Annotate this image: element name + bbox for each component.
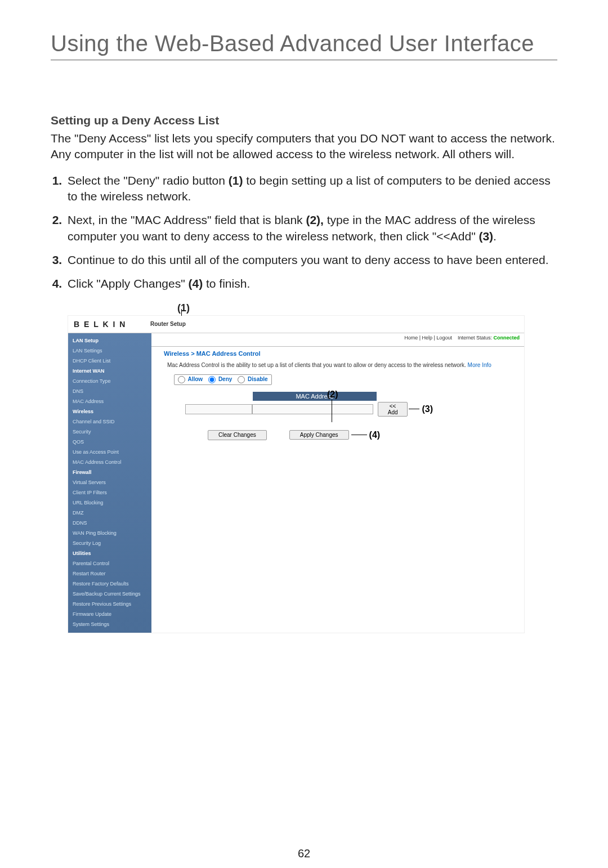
steps-list: Select the "Deny" radio button (1) to be… <box>51 173 557 292</box>
step-2: Next, in the "MAC Address" field that is… <box>65 212 557 244</box>
router-content: Home | Help | Logout Internet Status: Co… <box>151 333 524 633</box>
mac-input-cell[interactable] <box>252 404 374 414</box>
allow-radio[interactable]: Allow <box>178 376 203 383</box>
step-4-text-a: Click "Apply Changes" <box>68 277 189 290</box>
sidebar-item-25[interactable]: Save/Backup Current Settings <box>68 589 151 599</box>
breadcrumb: Wireless > MAC Address Control <box>151 347 524 361</box>
clear-changes-button[interactable]: Clear Changes <box>208 430 267 440</box>
callout-1: (1) <box>177 302 557 314</box>
router-sidebar: LAN SetupLAN SettingsDHCP Client ListInt… <box>68 333 151 633</box>
title-rule <box>51 60 557 60</box>
sidebar-item-15[interactable]: Client IP Filters <box>68 487 151 498</box>
step-1-text-a: Select the "Deny" radio button <box>68 174 229 187</box>
mac-header: MAC Address <box>253 392 377 401</box>
step-3: Continue to do this until all of the com… <box>65 252 557 268</box>
sidebar-item-27[interactable]: Firmware Update <box>68 609 151 619</box>
intro-paragraph: The "Deny Access" list lets you specify … <box>51 131 557 163</box>
mac-desc: Mac Address Control is the ability to se… <box>151 361 524 372</box>
topnav-links[interactable]: Home | Help | Logout <box>404 335 452 341</box>
mac-row: << Add (3) <box>185 402 433 417</box>
router-setup-label: Router Setup <box>150 321 186 327</box>
callout-3: (3) <box>422 404 433 414</box>
sidebar-item-2[interactable]: DHCP Client List <box>68 356 151 366</box>
sidebar-item-9[interactable]: Security <box>68 427 151 437</box>
step-2-text-a: Next, in the "MAC Address" field that is… <box>68 213 306 226</box>
step-2-text-e: . <box>493 230 497 243</box>
allow-label: Allow <box>187 376 203 382</box>
callout-3-line <box>409 409 419 409</box>
radio-row: Allow Deny Disable <box>174 374 272 385</box>
sidebar-item-23[interactable]: Restart Router <box>68 569 151 579</box>
page-number: 62 <box>51 847 557 860</box>
sidebar-item-26[interactable]: Restore Previous Settings <box>68 599 151 609</box>
step-1-ref: (1) <box>229 174 243 187</box>
sidebar-item-1[interactable]: LAN Settings <box>68 346 151 356</box>
sidebar-item-6[interactable]: MAC Address <box>68 396 151 406</box>
router-topnav: Home | Help | Logout Internet Status: Co… <box>151 333 524 347</box>
sidebar-item-18[interactable]: DDNS <box>68 518 151 528</box>
topnav-status-value: Connected <box>493 335 520 341</box>
step-2-ref-2: (3) <box>479 230 493 243</box>
disable-radio[interactable]: Disable <box>238 376 267 383</box>
step-4-ref: (4) <box>189 277 203 290</box>
sidebar-item-24[interactable]: Restore Factory Defaults <box>68 579 151 589</box>
disable-label: Disable <box>248 376 268 382</box>
sidebar-item-4[interactable]: Connection Type <box>68 376 151 386</box>
sidebar-item-13: Firewall <box>68 467 151 477</box>
sidebar-item-11[interactable]: Use as Access Point <box>68 447 151 457</box>
step-4-text-c: to finish. <box>203 277 250 290</box>
sidebar-item-21: Utilities <box>68 548 151 558</box>
sidebar-item-22[interactable]: Parental Control <box>68 558 151 569</box>
sidebar-item-17[interactable]: DMZ <box>68 508 151 518</box>
sidebar-item-28[interactable]: System Settings <box>68 619 151 629</box>
step-1: Select the "Deny" radio button (1) to be… <box>65 173 557 205</box>
apply-changes-button[interactable]: Apply Changes <box>289 430 349 440</box>
sidebar-item-5[interactable]: DNS <box>68 386 151 396</box>
mac-desc-text: Mac Address Control is the ability to se… <box>167 362 466 368</box>
sidebar-item-14[interactable]: Virtual Servers <box>68 477 151 487</box>
sidebar-item-8[interactable]: Channel and SSID <box>68 417 151 427</box>
mac-list-cell[interactable] <box>185 404 252 414</box>
sidebar-item-3: Internet WAN <box>68 366 151 376</box>
sidebar-item-19[interactable]: WAN Ping Blocking <box>68 528 151 538</box>
belkin-logo: B E L K I N <box>74 320 146 329</box>
callout-2: (2) <box>327 390 338 400</box>
step-2-ref-1: (2), <box>306 213 324 226</box>
router-screenshot: B E L K I N Router Setup LAN SetupLAN Se… <box>68 315 525 633</box>
router-header: B E L K I N Router Setup <box>68 316 524 333</box>
sidebar-item-10[interactable]: QOS <box>68 437 151 447</box>
deny-radio[interactable]: Deny <box>208 376 232 383</box>
deny-label: Deny <box>218 376 232 382</box>
button-row: Clear Changes Apply Changes (4) <box>208 430 524 440</box>
mac-table: MAC Address << Add (3) <box>185 392 433 417</box>
section-heading: Setting up a Deny Access List <box>51 114 557 127</box>
sidebar-item-0: LAN Setup <box>68 335 151 346</box>
more-info-link[interactable]: More Info <box>468 362 491 368</box>
callout-4-line <box>351 435 367 435</box>
sidebar-item-16[interactable]: URL Blocking <box>68 498 151 508</box>
add-button[interactable]: << Add <box>378 402 408 417</box>
sidebar-item-20[interactable]: Security Log <box>68 538 151 548</box>
sidebar-item-7: Wireless <box>68 406 151 417</box>
sidebar-item-12[interactable]: MAC Address Control <box>68 457 151 467</box>
topnav-status-label: Internet Status: <box>458 335 492 341</box>
callout-2-line <box>332 400 332 422</box>
page-title: Using the Web-Based Advanced User Interf… <box>51 31 557 56</box>
step-4: Click "Apply Changes" (4) to finish. <box>65 276 557 292</box>
callout-4: (4) <box>369 430 381 440</box>
